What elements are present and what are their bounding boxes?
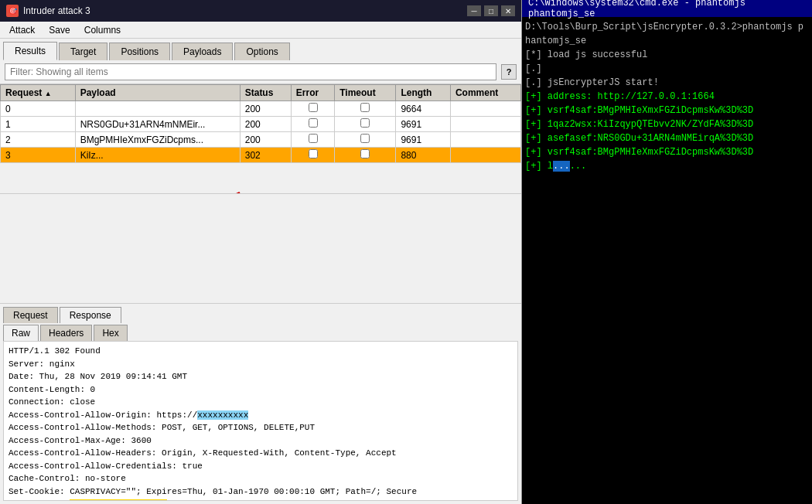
- col-comment[interactable]: Comment: [450, 85, 520, 101]
- results-table-container: Request ▲ Payload Status Error Timeout L…: [0, 84, 521, 193]
- error-checkbox-2[interactable]: [309, 134, 318, 143]
- response-line: Access-Control-Allow-Origin: https://xxx…: [9, 409, 513, 422]
- cell-payload: [75, 101, 240, 117]
- cell-error[interactable]: [291, 101, 334, 117]
- menu-columns[interactable]: Columns: [78, 23, 127, 37]
- col-timeout[interactable]: Timeout: [335, 85, 396, 101]
- response-line: Connection: close: [9, 396, 513, 409]
- col-request[interactable]: Request ▲: [1, 85, 76, 101]
- tab-headers[interactable]: Headers: [40, 325, 92, 341]
- cell-payload: KiIz...: [75, 148, 240, 163]
- results-table: Request ▲ Payload Status Error Timeout L…: [0, 84, 521, 163]
- response-line: Server: nginx: [9, 358, 513, 371]
- maximize-button[interactable]: □: [484, 5, 498, 16]
- col-error[interactable]: Error: [291, 85, 334, 101]
- cmd-line: [+] vsrf4saf:BMgPMHIeXmxFGZiDcpmsKw%3D%3…: [525, 104, 809, 117]
- tab-results[interactable]: Results: [3, 42, 57, 60]
- response-line: HTTP/1.1 302 Found: [9, 345, 513, 358]
- cmd-line: [.]: [525, 62, 809, 76]
- response-content: HTTP/1.1 302 Found Server: nginx Date: T…: [3, 341, 518, 501]
- cell-status: 200: [240, 101, 291, 117]
- response-line: Access-Control-Allow-Methods: POST, GET,…: [9, 421, 513, 434]
- col-status[interactable]: Status: [240, 85, 291, 101]
- menu-attack[interactable]: Attack: [3, 23, 41, 37]
- response-line: Set-Cookie: CASPRIVACY=""; Expires=Thu, …: [9, 485, 513, 499]
- timeout-checkbox-1[interactable]: [360, 118, 370, 128]
- minimize-button[interactable]: ─: [467, 5, 481, 16]
- cell-length: 9691: [396, 132, 451, 148]
- cell-status: 302: [240, 148, 291, 163]
- response-line: Cache-Control: no-store: [9, 472, 513, 485]
- cell-request: 3: [1, 148, 76, 163]
- tab-hex[interactable]: Hex: [94, 325, 127, 341]
- cell-request: 2: [1, 132, 76, 148]
- cell-comment: [450, 148, 520, 163]
- table-header-row: Request ▲ Payload Status Error Timeout L…: [1, 85, 521, 101]
- error-checkbox-1[interactable]: [309, 118, 318, 128]
- cmd-highlight: ...: [553, 161, 570, 172]
- close-button[interactable]: ✕: [501, 5, 515, 16]
- cmd-line: [.] jsEncrypterJS start!: [525, 76, 809, 90]
- cmd-line: [+] asefasef:NRS0GDu+31ARN4mNMEirqA%3D%3…: [525, 131, 809, 145]
- cookie-value: TGC="VEdULTI0NDk...: [70, 499, 166, 501]
- tab-positions[interactable]: Positions: [109, 43, 170, 60]
- table-row-selected[interactable]: 3 KiIz... 302 880: [1, 148, 521, 163]
- response-line: Access-Control-Allow-Headers: Origin, X-…: [9, 447, 513, 460]
- sort-arrow-request: ▲: [45, 90, 52, 97]
- cell-comment: [450, 101, 520, 117]
- cell-status: 200: [240, 132, 291, 148]
- response-line: Content-Length: 0: [9, 383, 513, 397]
- cell-timeout[interactable]: [335, 132, 396, 148]
- cell-timeout[interactable]: [335, 148, 396, 163]
- timeout-checkbox-2[interactable]: [360, 134, 370, 143]
- cell-payload: BMgPMHIeXmxFGZiDcpms...: [75, 132, 240, 148]
- filter-input[interactable]: [5, 63, 496, 80]
- cmd-line: [+] address: http://127.0.0.1:1664: [525, 90, 809, 104]
- help-button[interactable]: ?: [501, 64, 517, 80]
- menu-save[interactable]: Save: [43, 23, 76, 37]
- cmd-line: D:\Tools\Burp_Script\jsEncrypter.0.3.2>p…: [525, 20, 809, 48]
- response-line: Access-Control-Allow-Credentials: true: [9, 460, 513, 473]
- col-length[interactable]: Length: [396, 85, 451, 101]
- cell-comment: [450, 117, 520, 132]
- app-title: Intruder attack 3: [23, 5, 90, 16]
- cell-request: 0: [1, 101, 76, 117]
- tab-response[interactable]: Response: [60, 307, 121, 323]
- cmd-line: [+] 1qaz2wsx:KiIzqypQTEbvv2NK/ZYdFA%3D%3…: [525, 117, 809, 131]
- redacted-url: xxxxxxxxxx: [197, 410, 248, 420]
- timeout-checkbox-0[interactable]: [360, 103, 370, 112]
- filter-bar: ?: [0, 60, 521, 84]
- col-payload[interactable]: Payload: [75, 85, 240, 101]
- app-icon: 🎯: [6, 5, 19, 17]
- cell-error[interactable]: [291, 117, 334, 132]
- cell-error[interactable]: [291, 148, 334, 163]
- table-row[interactable]: 2 BMgPMHIeXmxFGZiDcpms... 200 9691: [1, 132, 521, 148]
- tab-target[interactable]: Target: [59, 43, 107, 60]
- cmd-panel: C:\Windows\system32\cmd.exe - phantomjs …: [522, 0, 812, 504]
- cmd-line: [+] l......: [525, 159, 809, 173]
- format-tab-bar: Raw Headers Hex: [0, 323, 521, 341]
- tab-payloads[interactable]: Payloads: [172, 43, 233, 60]
- window-controls[interactable]: ─ □ ✕: [467, 5, 515, 16]
- tab-bar: Results Target Positions Payloads Option…: [0, 39, 521, 60]
- cell-length: 9691: [396, 117, 451, 132]
- tab-raw[interactable]: Raw: [3, 325, 39, 341]
- tab-options[interactable]: Options: [234, 43, 289, 60]
- cell-length: 9664: [396, 101, 451, 117]
- tab-request[interactable]: Request: [3, 307, 58, 323]
- error-checkbox-3[interactable]: [309, 149, 318, 158]
- error-checkbox-0[interactable]: [309, 103, 318, 112]
- req-res-tab-bar: Request Response: [0, 303, 521, 323]
- response-line: Date: Thu, 28 Nov 2019 09:14:41 GMT: [9, 370, 513, 383]
- table-row[interactable]: 0 200 9664: [1, 101, 521, 117]
- cell-length: 880: [396, 148, 451, 163]
- cell-timeout[interactable]: [335, 117, 396, 132]
- response-line: Set-Cookie: TGC="VEdULTI0NDk...IH: [9, 498, 513, 501]
- menu-bar: Attack Save Columns: [0, 22, 521, 39]
- response-line: Access-Control-Max-Age: 3600: [9, 434, 513, 448]
- table-row[interactable]: 1 NRS0GDu+31ARN4mNMEir... 200 9691: [1, 117, 521, 132]
- cell-timeout[interactable]: [335, 101, 396, 117]
- arrow-indicator: [178, 185, 247, 193]
- timeout-checkbox-3[interactable]: [360, 149, 370, 158]
- cell-error[interactable]: [291, 132, 334, 148]
